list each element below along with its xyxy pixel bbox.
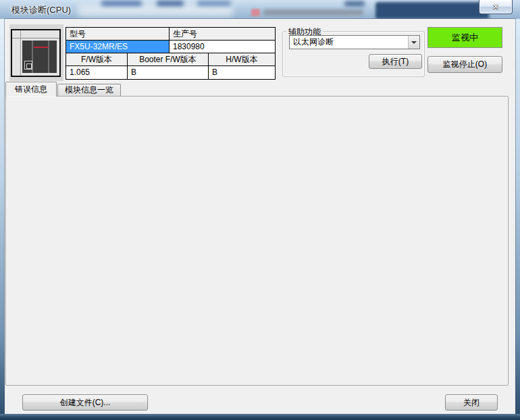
- module-diagnostics-dialog: 型号 生产号 FX5U-32MR/ES 1830980 F/W版本 Booter…: [5, 19, 515, 414]
- monitor-status-badge: 监视中: [427, 27, 502, 48]
- blurred-tab-shape: [197, 1, 231, 6]
- blurred-dark-tab: [375, 2, 489, 19]
- blurred-document-icon: [251, 9, 260, 16]
- aux-functions-group: 辅助功能 以太网诊断 执行(T): [282, 31, 425, 77]
- blurred-tab-shape: [344, 1, 365, 6]
- window-title: 模块诊断(CPU): [11, 4, 71, 16]
- execute-button[interactable]: 执行(T): [369, 54, 422, 69]
- blurred-background-window: [78, 5, 233, 17]
- create-file-button[interactable]: 创建文件(C)...: [22, 394, 148, 411]
- blurred-document-title: [263, 9, 363, 16]
- cpu-module-red-stripe: [34, 47, 49, 48]
- booter-fw-version-value[interactable]: B: [128, 66, 209, 79]
- table-row: FX5U-32MR/ES 1830980: [66, 41, 275, 53]
- close-dialog-button[interactable]: 关闭: [445, 394, 498, 411]
- cpu-module-drawing: [11, 29, 61, 77]
- model-column-header: 型号: [66, 28, 170, 41]
- table-row: F/W版本 Booter F/W版本 H/W版本: [66, 53, 275, 66]
- close-icon: ✕: [492, 2, 499, 11]
- hw-version-value[interactable]: B: [209, 66, 275, 79]
- blurred-tab-shape: [101, 1, 142, 6]
- diagnostics-function-dropdown[interactable]: 以太网诊断: [289, 35, 420, 49]
- window-frame-bottom: [0, 414, 520, 420]
- table-row: 型号 生产号: [66, 28, 275, 41]
- chevron-down-icon[interactable]: [408, 36, 419, 49]
- serial-value-cell[interactable]: 1830980: [170, 41, 275, 53]
- module-info-table: 型号 生产号 FX5U-32MR/ES 1830980 F/W版本 Booter…: [66, 27, 276, 80]
- tab-module-info-list[interactable]: 模块信息一览: [57, 84, 121, 96]
- window-frame-left: [0, 19, 5, 414]
- table-row: 1.065 B B: [66, 66, 275, 79]
- window-frame-right: [515, 19, 520, 414]
- close-window-button[interactable]: ✕: [479, 0, 513, 14]
- serial-column-header: 生产号: [170, 28, 275, 41]
- fw-version-value[interactable]: 1.065: [66, 66, 128, 79]
- tab-error-info[interactable]: 错误信息: [5, 82, 57, 97]
- monitor-stop-button[interactable]: 监视停止(O): [427, 56, 502, 73]
- cpu-module-body: [22, 41, 57, 73]
- booter-fw-version-header: Booter F/W版本: [128, 53, 209, 66]
- cpu-module-image: [9, 24, 63, 81]
- tab-content-panel: [5, 96, 509, 386]
- cpu-module-port-icon: [24, 61, 32, 70]
- hw-version-header: H/W版本: [209, 53, 275, 66]
- blurred-tab-shape: [157, 1, 184, 6]
- fw-version-header: F/W版本: [66, 53, 128, 66]
- model-value-cell[interactable]: FX5U-32MR/ES: [66, 41, 170, 53]
- title-bar: 模块诊断(CPU) ✕: [0, 0, 520, 19]
- dropdown-selected-value: 以太网诊断: [290, 36, 408, 48]
